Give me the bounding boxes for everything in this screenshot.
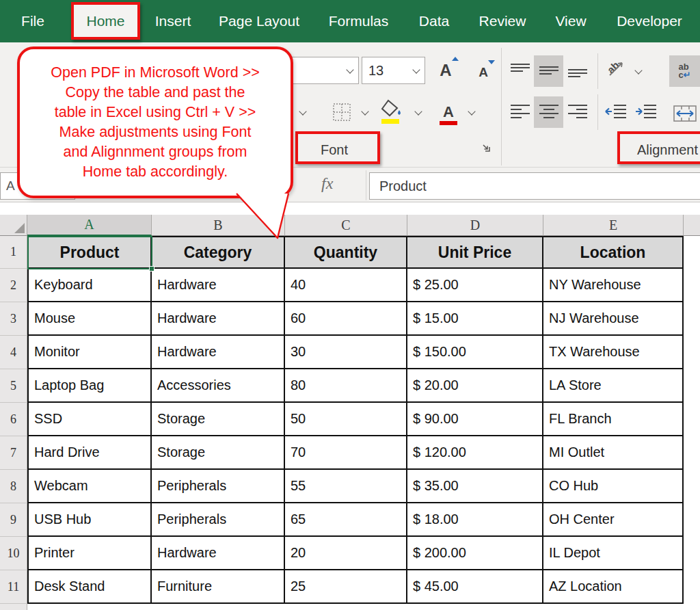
cell[interactable]: Peripherals: [152, 503, 285, 537]
cell[interactable]: AZ Location: [543, 570, 684, 604]
cell-a1[interactable]: Product: [27, 236, 152, 269]
row-header[interactable]: 8: [0, 470, 27, 503]
cell[interactable]: $ 150.00: [407, 336, 543, 369]
fill-color-dropdown-chevron-icon[interactable]: [414, 108, 422, 116]
cell[interactable]: Keyboard: [27, 269, 152, 302]
cell[interactable]: Monitor: [27, 336, 152, 369]
cell-b1[interactable]: Category: [152, 236, 285, 269]
cell-c1[interactable]: Quantity: [285, 236, 407, 269]
cell[interactable]: 60: [285, 302, 407, 336]
merge-center-button[interactable]: [669, 100, 700, 127]
middle-align-button[interactable]: [534, 55, 563, 87]
insert-function-icon[interactable]: fx: [321, 174, 333, 193]
cell[interactable]: MI Outlet: [543, 436, 684, 470]
tab-view[interactable]: View: [553, 0, 589, 42]
cell[interactable]: OH Center: [543, 503, 684, 537]
cell[interactable]: Storage: [152, 436, 285, 470]
cell[interactable]: 80: [285, 369, 407, 403]
cell[interactable]: $ 120.00: [407, 436, 543, 470]
cell[interactable]: 40: [285, 269, 407, 302]
tab-developer[interactable]: Developer: [609, 0, 690, 42]
column-header-e[interactable]: E: [543, 215, 684, 236]
tab-home-active-annotation[interactable]: Home: [71, 2, 140, 40]
tab-data[interactable]: Data: [416, 0, 453, 42]
cell[interactable]: Hardware: [152, 336, 285, 369]
column-header-d[interactable]: D: [407, 215, 543, 236]
cell[interactable]: Furniture: [152, 570, 285, 604]
row-header[interactable]: 2: [0, 269, 27, 302]
cell[interactable]: $ 20.00: [407, 369, 543, 403]
tab-insert[interactable]: Insert: [153, 0, 193, 42]
row-header[interactable]: 4: [0, 336, 27, 369]
tab-page-layout[interactable]: Page Layout: [216, 0, 302, 42]
row-header[interactable]: 1: [0, 236, 27, 269]
cell[interactable]: Peripherals: [152, 470, 285, 503]
cell[interactable]: 65: [285, 503, 407, 537]
column-header-f[interactable]: [684, 215, 700, 236]
cell[interactable]: $ 45.00: [407, 570, 543, 604]
center-button[interactable]: [534, 96, 563, 128]
cell[interactable]: CO Hub: [543, 470, 684, 503]
select-all-corner[interactable]: [0, 215, 27, 236]
cell-e1[interactable]: Location: [543, 236, 684, 269]
cell[interactable]: 50: [285, 403, 407, 436]
chevron-down-icon[interactable]: [412, 66, 420, 75]
underline-dropdown-chevron-icon[interactable]: [299, 108, 307, 116]
borders-dropdown-chevron-icon[interactable]: [361, 108, 369, 116]
cell[interactable]: Laptop Bag: [27, 369, 152, 403]
cell-d1[interactable]: Unit Price: [407, 236, 543, 269]
cell[interactable]: Desk Stand: [27, 570, 152, 604]
font-dialog-launcher[interactable]: [479, 140, 494, 155]
cell[interactable]: Hard Drive: [27, 436, 152, 470]
cell[interactable]: $ 25.00: [407, 269, 543, 302]
cell[interactable]: 55: [285, 470, 407, 503]
grow-font-button[interactable]: A: [433, 57, 458, 83]
orientation-button[interactable]: ab: [604, 57, 628, 79]
font-color-button[interactable]: A: [435, 98, 462, 126]
cell[interactable]: Hardware: [152, 537, 285, 570]
decrease-indent-button[interactable]: [603, 98, 629, 126]
cell[interactable]: 30: [285, 336, 407, 369]
align-right-button[interactable]: [566, 98, 589, 126]
row-header[interactable]: 9: [0, 503, 27, 537]
formula-input[interactable]: Product: [369, 172, 700, 200]
row-header[interactable]: 10: [0, 537, 27, 570]
align-left-button[interactable]: [509, 98, 532, 126]
cell[interactable]: FL Branch: [543, 403, 684, 436]
cell[interactable]: $ 35.00: [407, 470, 543, 503]
column-header-b[interactable]: B: [152, 215, 285, 236]
cell[interactable]: $ 15.00: [407, 302, 543, 336]
row-header[interactable]: 11: [0, 570, 27, 604]
cell[interactable]: TX Warehouse: [543, 336, 684, 369]
row-header[interactable]: 3: [0, 302, 27, 336]
fill-color-button[interactable]: [377, 97, 407, 127]
font-name-combobox[interactable]: [284, 57, 359, 84]
cell[interactable]: Storage: [152, 403, 285, 436]
cell[interactable]: Hardware: [152, 269, 285, 302]
chevron-down-icon[interactable]: [346, 66, 354, 75]
increase-indent-button[interactable]: [633, 98, 659, 126]
column-header-a[interactable]: A: [27, 215, 152, 236]
cell[interactable]: SSD: [27, 403, 152, 436]
wrap-text-button[interactable]: ab c↵: [669, 55, 700, 87]
column-header-c[interactable]: C: [285, 215, 407, 236]
row-header[interactable]: 6: [0, 403, 27, 436]
cell[interactable]: Printer: [27, 537, 152, 570]
tab-formulas[interactable]: Formulas: [326, 0, 391, 42]
cell[interactable]: IL Depot: [543, 537, 684, 570]
shrink-font-button[interactable]: A: [472, 60, 495, 83]
cell[interactable]: 70: [285, 436, 407, 470]
cell[interactable]: $ 200.00: [407, 537, 543, 570]
row-header[interactable]: 5: [0, 369, 27, 403]
bottom-align-button[interactable]: [566, 57, 589, 85]
row-header[interactable]: 7: [0, 436, 27, 470]
cell[interactable]: 25: [285, 570, 407, 604]
cell[interactable]: NY Warehouse: [543, 269, 684, 302]
tab-file[interactable]: File: [12, 0, 53, 42]
cell[interactable]: NJ Warehouse: [543, 302, 684, 336]
cell[interactable]: $ 90.00: [407, 403, 543, 436]
cell[interactable]: 20: [285, 537, 407, 570]
font-color-dropdown-chevron-icon[interactable]: [468, 108, 476, 116]
font-size-combobox[interactable]: 13: [362, 57, 425, 84]
cell[interactable]: Webcam: [27, 470, 152, 503]
